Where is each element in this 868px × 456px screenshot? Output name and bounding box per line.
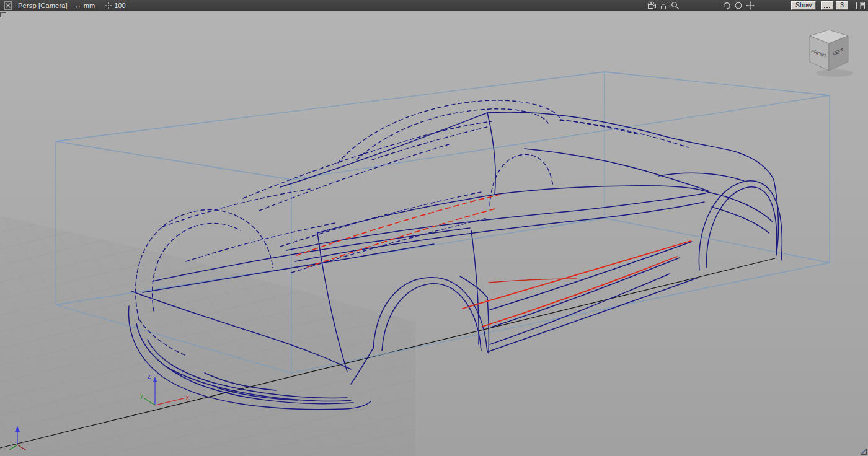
pan-icon[interactable]: [745, 1, 756, 11]
save-icon[interactable]: [658, 1, 670, 11]
alias-viewport-window: z x y FRONT LEFT: [0, 0, 868, 456]
viewport-label[interactable]: Persp [Camera]: [18, 2, 68, 9]
camera-icon[interactable]: [646, 1, 658, 11]
triad-z-label: z: [148, 373, 151, 380]
grid-crosshair-icon: [104, 1, 112, 11]
show-button[interactable]: Show: [791, 1, 816, 10]
viewport-corner-grip[interactable]: [0, 12, 6, 17]
units-label: mm: [84, 2, 95, 9]
triad-y-label: y: [140, 392, 143, 399]
toolbar-right-group: Show 3: [646, 1, 868, 11]
resize-width-icon: ↔: [74, 1, 82, 10]
layerbar-icon[interactable]: [821, 1, 833, 10]
toolbar-left-group: Persp [Camera] ↔ mm 100: [0, 1, 126, 11]
grid-spacing-value: 100: [114, 2, 125, 9]
view-cube-shadow: [816, 69, 853, 77]
magnifier-icon[interactable]: [670, 1, 681, 11]
circle-select-icon[interactable]: [733, 1, 745, 11]
panes-icon[interactable]: [854, 1, 866, 11]
viewport-toolbar: Persp [Camera] ↔ mm 100: [0, 0, 868, 11]
close-icon[interactable]: [2, 1, 14, 11]
triad-x-label: x: [186, 394, 189, 401]
layer-count-button[interactable]: 3: [836, 1, 848, 10]
tumble-icon[interactable]: [721, 1, 733, 11]
viewport-resize-grip[interactable]: [861, 449, 867, 455]
view-cube[interactable]: FRONT LEFT: [810, 30, 853, 77]
viewport-canvas[interactable]: z x y FRONT LEFT: [0, 0, 868, 456]
